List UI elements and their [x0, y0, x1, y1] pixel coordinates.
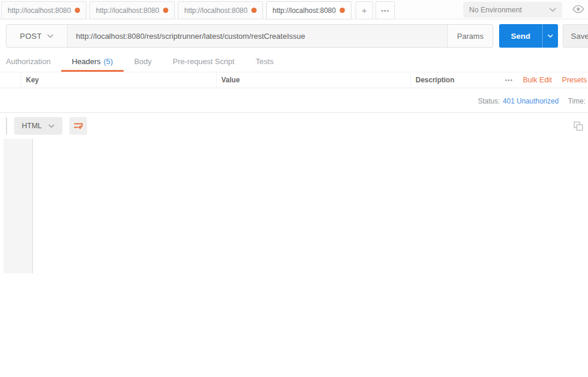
response-view-toolbar: HTML [0, 113, 588, 139]
chevron-down-icon [48, 124, 55, 128]
format-select[interactable]: HTML [14, 117, 62, 135]
key-column-header: Key [21, 72, 217, 88]
tab-label: Pre-request Script [173, 57, 235, 66]
table-menu-icon[interactable]: ••• [505, 77, 513, 84]
tab-label: Authorization [6, 57, 51, 66]
tab-tests[interactable]: Tests [245, 52, 284, 72]
tab-url-label: http://localhost:8080/ [8, 6, 71, 15]
tab-pre-request-script[interactable]: Pre-request Script [162, 52, 245, 72]
environment-selector[interactable]: No Environment [463, 2, 562, 18]
tab-label: Body [134, 57, 152, 66]
tab-url-label: http://localhost:8080/ [96, 6, 160, 15]
chevron-down-icon [549, 8, 556, 12]
params-button[interactable]: Params [447, 25, 493, 47]
open-request-tabs: http://localhost:8080/http://localhost:8… [1, 1, 351, 19]
request-tab[interactable]: http://localhost:8080/ [89, 1, 175, 19]
request-tab[interactable]: http://localhost:8080/ [266, 1, 351, 19]
unsaved-changes-dot-icon [340, 8, 345, 13]
unsaved-changes-dot-icon [251, 8, 257, 13]
tab-overflow-button[interactable]: ••• [376, 1, 395, 19]
value-column-header: Value [217, 72, 411, 88]
tab-count-badge: (5) [104, 57, 113, 66]
send-button-label: Send [499, 24, 542, 48]
wrap-text-button[interactable] [69, 117, 87, 135]
tab-authorization[interactable]: Authorization [0, 52, 61, 72]
request-tab-bar: http://localhost:8080/http://localhost:8… [0, 0, 588, 19]
unsaved-changes-dot-icon [163, 8, 168, 13]
response-status-line: Status: 401 Unauthorized Time: 88 [478, 89, 588, 112]
headers-table: Key Value Description ••• Bulk Edit Pres… [0, 72, 588, 88]
send-options-chevron-icon[interactable] [542, 24, 558, 48]
request-builder-row: POST http://localhost:8080/rest/scriptru… [0, 19, 588, 52]
url-input[interactable]: http://localhost:8080/rest/scriptrunner/… [68, 25, 447, 47]
editor-gutter [4, 139, 33, 273]
status-label: Status: [478, 97, 500, 105]
status-value[interactable]: 401 Unauthorized [503, 97, 559, 105]
bulk-edit-button[interactable]: Bulk Edit [523, 76, 552, 84]
headers-table-header: Key Value Description ••• Bulk Edit Pres… [0, 72, 588, 88]
chevron-down-icon [47, 34, 54, 38]
tab-url-label: http://localhost:8080/ [273, 6, 336, 15]
wrap-text-icon [73, 121, 84, 131]
request-tab[interactable]: http://localhost:8080/ [178, 1, 263, 19]
editor-code-area[interactable] [33, 139, 588, 273]
presets-button[interactable]: Presets [562, 76, 587, 84]
time-label: Time: [568, 97, 586, 105]
request-tab[interactable]: http://localhost:8080/ [1, 1, 87, 19]
environment-selector-label: No Environment [469, 6, 522, 14]
tab-body[interactable]: Body [124, 52, 162, 72]
copy-response-button[interactable] [573, 121, 583, 131]
select-all-column [0, 72, 21, 88]
new-tab-button[interactable]: + [356, 1, 373, 19]
tab-label: Tests [255, 57, 273, 66]
view-mode-switch [6, 117, 7, 135]
environment-preview-icon[interactable] [572, 5, 584, 14]
method-select[interactable]: POST [6, 25, 68, 47]
send-button[interactable]: Send [499, 24, 558, 48]
save-button[interactable]: Save [563, 24, 588, 48]
method-label: POST [20, 32, 42, 41]
response-header: Status: 401 Unauthorized Time: 88 [0, 89, 588, 113]
response-body-editor[interactable] [0, 139, 588, 273]
tab-headers[interactable]: Headers(5) [61, 52, 124, 72]
url-input-group: POST http://localhost:8080/rest/scriptru… [6, 24, 493, 48]
request-editor-tabs: AuthorizationHeaders(5)BodyPre-request S… [0, 52, 588, 72]
format-label: HTML [22, 122, 42, 130]
tab-label: Headers [72, 57, 101, 66]
tab-url-label: http://localhost:8080/ [184, 6, 248, 15]
unsaved-changes-dot-icon [75, 8, 80, 13]
table-header-controls: ••• Bulk Edit Presets [505, 72, 587, 88]
